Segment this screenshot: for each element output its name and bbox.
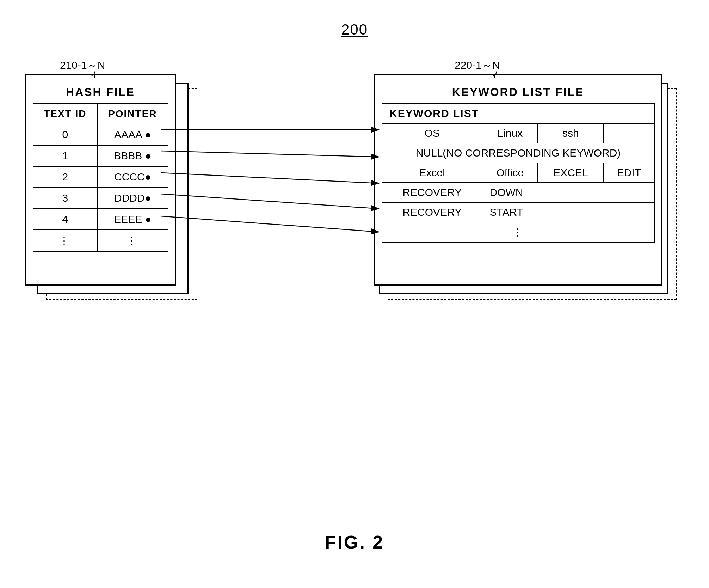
kw-row0-col1: Linux xyxy=(482,123,538,143)
hash-table: TEXT ID POINTER 0 AAAA ● 1 BBBB ● 2 CCCC… xyxy=(33,103,168,252)
kw-row2-col1: Office xyxy=(482,163,538,183)
table-row: 0 AAAA ● xyxy=(33,124,168,145)
hash-file-title: HASH FILE xyxy=(26,82,175,102)
kw-row4-col1: START xyxy=(482,202,654,222)
kw-row2-col3: EDIT xyxy=(604,163,654,183)
table-row: 2 CCCC● xyxy=(33,166,168,188)
hash-row-0-pointer: AAAA ● xyxy=(97,124,168,145)
hash-row-4-pointer: EEEE ● xyxy=(97,209,168,230)
table-row: NULL(NO CORRESPONDING KEYWORD) xyxy=(382,143,654,163)
kw-row0-col3 xyxy=(604,123,654,143)
hash-row-1-pointer: BBBB ● xyxy=(97,145,168,166)
keyword-table: KEYWORD LIST OS Linux ssh NULL(NO CORRES… xyxy=(382,103,655,243)
hash-row-2-pointer: CCCC● xyxy=(97,166,168,188)
kw-row1-null: NULL(NO CORRESPONDING KEYWORD) xyxy=(382,143,654,163)
hash-col-textid: TEXT ID xyxy=(33,104,97,124)
hash-row-2-id: 2 xyxy=(33,166,97,188)
hash-row-4-id: 4 xyxy=(33,209,97,230)
table-row: RECOVERY DOWN xyxy=(382,183,654,202)
hash-file-box: HASH FILE TEXT ID POINTER 0 AAAA ● 1 BBB… xyxy=(25,74,176,286)
kw-row2-col0: Excel xyxy=(382,163,482,183)
table-row: 3 DDDD● xyxy=(33,188,168,209)
figure-number-top: 200 xyxy=(341,21,368,38)
hash-row-3-id: 3 xyxy=(33,188,97,209)
hash-row-dots-pointer: ⋮ xyxy=(97,230,168,251)
keyword-file-bracket: ⌐ xyxy=(493,68,500,82)
kw-row0-col2: ssh xyxy=(538,123,604,143)
kw-row5-dots: ⋮ xyxy=(382,222,654,242)
table-row: 1 BBBB ● xyxy=(33,145,168,166)
hash-row-3-pointer: DDDD● xyxy=(97,188,168,209)
table-row: ⋮ xyxy=(382,222,654,242)
kw-row0-col0: OS xyxy=(382,123,482,143)
hash-row-0-id: 0 xyxy=(33,124,97,145)
kw-row4-col0: RECOVERY xyxy=(382,202,482,222)
kw-row3-col1: DOWN xyxy=(482,183,654,202)
keyword-list-label: KEYWORD LIST xyxy=(382,104,654,123)
table-row: OS Linux ssh xyxy=(382,123,654,143)
hash-row-dots-id: ⋮ xyxy=(33,230,97,251)
keyword-file-title: KEYWORD LIST FILE xyxy=(375,82,661,102)
table-row: ⋮ ⋮ xyxy=(33,230,168,251)
kw-row3-col0: RECOVERY xyxy=(382,183,482,202)
diagram-container: 200 HASH FILE TEXT ID POINTER 0 AAAA ● 1… xyxy=(0,0,709,588)
table-row: RECOVERY START xyxy=(382,202,654,222)
keyword-file-box: KEYWORD LIST FILE KEYWORD LIST OS Linux … xyxy=(374,74,662,286)
table-row: Excel Office EXCEL EDIT xyxy=(382,163,654,183)
hash-file-bracket: ⌐ xyxy=(93,68,100,82)
table-row: KEYWORD LIST xyxy=(382,104,654,123)
kw-row2-col2: EXCEL xyxy=(538,163,604,183)
hash-row-1-id: 1 xyxy=(33,145,97,166)
table-row: 4 EEEE ● xyxy=(33,209,168,230)
figure-caption: FIG. 2 xyxy=(325,532,384,553)
hash-col-pointer: POINTER xyxy=(97,104,168,124)
